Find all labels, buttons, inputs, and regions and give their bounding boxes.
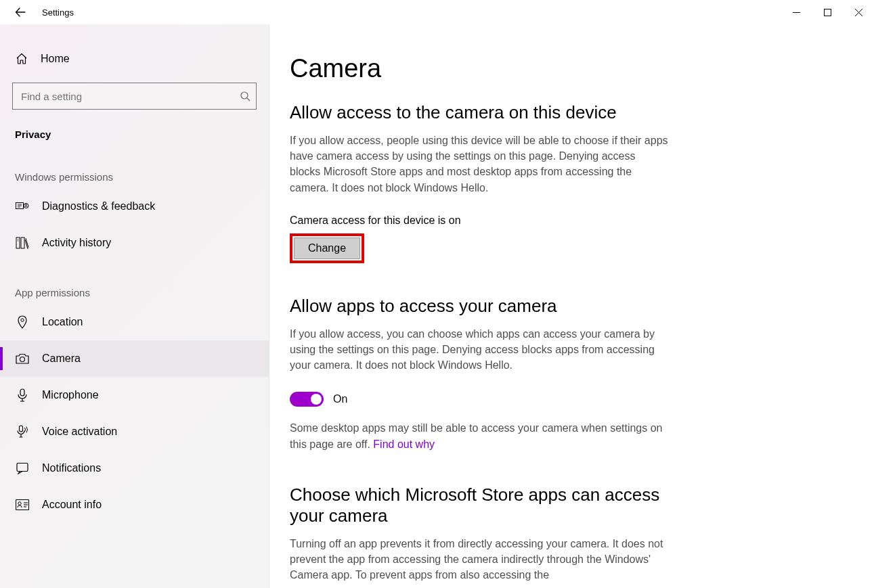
sidebar-item-microphone[interactable]: Microphone	[0, 377, 269, 413]
sidebar-section-label: Privacy	[0, 110, 269, 145]
notifications-icon	[15, 462, 30, 474]
change-button[interactable]: Change	[294, 238, 360, 259]
sidebar-group-app-permissions: App permissions	[0, 261, 269, 304]
section3-body: Turning off an app prevents it from dire…	[290, 536, 669, 583]
find-out-why-link[interactable]: Find out why	[373, 438, 435, 450]
sidebar-item-label: Diagnostics & feedback	[42, 200, 155, 212]
sidebar-item-label: Account info	[42, 499, 102, 511]
section3-heading: Choose which Microsoft Store apps can ac…	[290, 484, 669, 526]
main-content: Camera Allow access to the camera on thi…	[269, 24, 874, 588]
titlebar: Settings	[0, 0, 874, 24]
toggle-label: On	[333, 393, 347, 405]
feedback-icon	[15, 200, 30, 212]
close-icon	[855, 9, 862, 16]
svg-rect-6	[21, 238, 24, 248]
sidebar-item-label: Location	[42, 316, 83, 328]
sidebar-home[interactable]: Home	[0, 47, 269, 70]
voice-icon	[15, 425, 30, 438]
svg-point-13	[18, 502, 21, 505]
section2-note-text: Some desktop apps may still be able to a…	[290, 422, 663, 449]
sidebar-item-label: Activity history	[42, 237, 111, 249]
change-button-highlight: Change	[290, 233, 364, 263]
svg-point-1	[241, 92, 248, 99]
search-icon	[234, 91, 250, 101]
home-icon	[15, 53, 28, 65]
svg-rect-5	[16, 238, 20, 248]
svg-rect-11	[17, 463, 28, 472]
section1-body: If you allow access, people using this d…	[290, 133, 669, 196]
minimize-button[interactable]	[781, 1, 812, 23]
account-icon	[15, 499, 30, 510]
sidebar-item-camera[interactable]: Camera	[0, 340, 269, 377]
page-title: Camera	[290, 54, 854, 83]
sidebar-item-diagnostics[interactable]: Diagnostics & feedback	[0, 188, 269, 225]
section2-note: Some desktop apps may still be able to a…	[290, 420, 669, 451]
svg-point-7	[21, 319, 24, 321]
microphone-icon	[15, 388, 30, 402]
toggle-knob	[311, 394, 322, 405]
back-button[interactable]	[7, 7, 34, 18]
sidebar-item-label: Voice activation	[42, 426, 117, 438]
sidebar: Home Privacy Windows permissions Diagnos…	[0, 24, 269, 588]
minimize-icon	[793, 9, 800, 16]
close-button[interactable]	[843, 1, 874, 23]
sidebar-group-windows-permissions: Windows permissions	[0, 145, 269, 188]
maximize-icon	[824, 9, 831, 16]
window-title: Settings	[42, 7, 74, 18]
search-input-wrap[interactable]	[12, 83, 257, 110]
section1-heading: Allow access to the camera on this devic…	[290, 102, 669, 123]
svg-rect-9	[20, 389, 24, 396]
search-input[interactable]	[21, 91, 234, 102]
camera-icon	[15, 353, 30, 364]
sidebar-item-label: Notifications	[42, 462, 101, 474]
camera-access-status: Camera access for this device is on	[290, 214, 854, 227]
svg-rect-0	[824, 9, 831, 16]
allow-apps-toggle-row: On	[290, 392, 854, 407]
sidebar-item-label: Microphone	[42, 389, 99, 401]
back-arrow-icon	[15, 7, 26, 18]
history-icon	[15, 237, 30, 249]
sidebar-item-account-info[interactable]: Account info	[0, 487, 269, 523]
section2-body: If you allow access, you can choose whic…	[290, 326, 669, 374]
maximize-button[interactable]	[812, 1, 843, 23]
allow-apps-toggle[interactable]	[290, 392, 324, 407]
svg-point-8	[20, 357, 25, 362]
sidebar-item-voice-activation[interactable]: Voice activation	[0, 413, 269, 450]
svg-rect-10	[20, 426, 23, 432]
sidebar-home-label: Home	[41, 53, 70, 65]
location-icon	[15, 315, 30, 329]
sidebar-item-location[interactable]: Location	[0, 304, 269, 340]
svg-point-4	[26, 204, 27, 206]
sidebar-item-label: Camera	[42, 353, 81, 365]
sidebar-item-activity-history[interactable]: Activity history	[0, 225, 269, 261]
sidebar-item-notifications[interactable]: Notifications	[0, 450, 269, 487]
section2-heading: Allow apps to access your camera	[290, 296, 669, 317]
